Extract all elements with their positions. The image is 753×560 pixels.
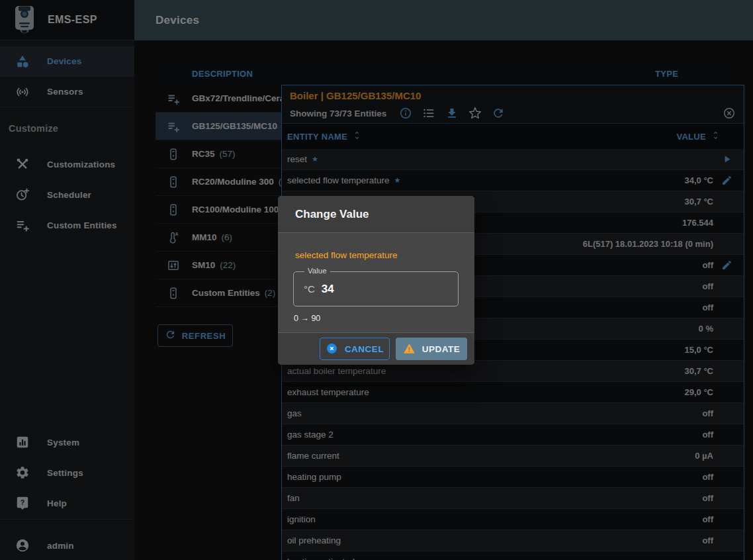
value-input[interactable]: Value °C 34 (293, 271, 459, 306)
change-value-dialog: Change Value selected flow temperature V… (278, 196, 474, 365)
value-current: 34 (322, 283, 334, 296)
dialog-entity-name: selected flow temperature (295, 250, 398, 260)
update-button[interactable]: UPDATE (396, 338, 467, 360)
cancel-button[interactable]: CANCEL (320, 338, 390, 360)
dialog-body: selected flow temperature Value °C 34 0 … (278, 233, 474, 332)
value-input-label: Value (304, 267, 330, 275)
cancel-icon (326, 342, 339, 355)
warning-icon (403, 342, 416, 355)
value-unit: °C (304, 283, 315, 295)
dialog-title: Change Value (295, 208, 369, 221)
ems-esp-app: EMS-ESP Devices Sensors Customize Custom… (0, 0, 753, 560)
dialog-actions: CANCEL UPDATE (278, 332, 474, 365)
dialog-title-bar: Change Value (278, 196, 474, 233)
value-range-hint: 0 → 90 (294, 314, 320, 323)
